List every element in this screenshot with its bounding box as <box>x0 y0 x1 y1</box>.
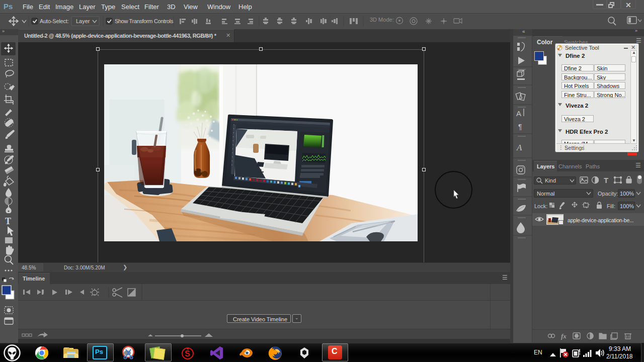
svg-text:T: T <box>5 216 11 226</box>
svg-text:A: A <box>516 143 522 152</box>
svg-text:T: T <box>604 176 608 185</box>
svg-text:S: S <box>185 349 190 358</box>
svg-text:fx: fx <box>561 332 567 340</box>
svg-text:A: A <box>516 109 521 118</box>
svg-text:¶: ¶ <box>518 123 522 131</box>
